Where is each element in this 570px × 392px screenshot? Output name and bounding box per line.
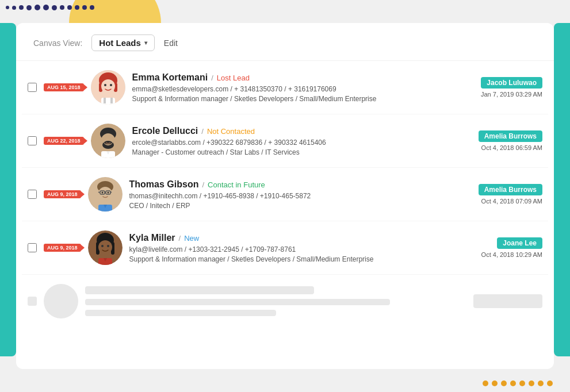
lead-contact: emma@sketlesdevelopers.com / + 314813503… <box>132 85 474 93</box>
lead-meta: Support & Information manager / Sketles … <box>129 255 475 263</box>
lead-contact: kyla@livelife.com / +1303-321-2945 / +17… <box>129 245 475 253</box>
lead-status: Lost Lead <box>217 74 250 82</box>
main-card: Canvas View: Hot Leads ▾ Edit AUG 15, 20… <box>16 23 554 369</box>
lead-name-row: Kyla Miller / New <box>129 233 475 243</box>
svg-point-4 <box>101 79 115 93</box>
lead-status-separator: / <box>211 74 213 82</box>
skel-right <box>473 294 542 308</box>
lead-checkbox[interactable] <box>28 83 37 92</box>
lead-name-row: Ercole Dellucci / Not Contacted <box>132 126 472 136</box>
lead-name-row: Thomas Gibson / Contact in Future <box>129 179 472 190</box>
skel-avatar <box>44 284 78 318</box>
assignee-badge: Amelia Burrows <box>479 184 542 195</box>
lead-status: New <box>184 234 199 243</box>
lead-status: Not Contacted <box>207 127 255 136</box>
skel-line-3 <box>85 310 276 316</box>
card-header: Canvas View: Hot Leads ▾ Edit <box>16 23 554 61</box>
assignee-date: Oct 4, 2018 10:29 AM <box>481 251 542 258</box>
assignee-date: Oct 4, 2018 07:09 AM <box>481 198 542 205</box>
lead-meta: CEO / Initech / ERP <box>129 202 472 210</box>
skel-line-1 <box>85 286 314 294</box>
lead-right: Amelia Burrows Oct 4, 2018 06:59 AM <box>479 130 542 151</box>
bg-dots-top <box>0 5 94 10</box>
skel-checkbox <box>28 297 37 306</box>
lead-row: AUG 22, 2018 Ercole Dellucci / <box>22 114 548 168</box>
lead-status: Contact in Future <box>208 180 265 189</box>
hot-leads-dropdown[interactable]: Hot Leads ▾ <box>91 34 155 51</box>
skel-line-2 <box>85 299 390 305</box>
right-teal-bar <box>554 23 570 356</box>
date-badge: AUG 22, 2018 <box>44 137 84 145</box>
svg-rect-9 <box>110 98 113 103</box>
lead-checkbox[interactable] <box>28 243 37 252</box>
date-badge: AUG 9, 2018 <box>44 190 81 198</box>
lead-checkbox[interactable] <box>28 190 37 199</box>
edit-button[interactable]: Edit <box>164 39 178 48</box>
assignee-badge: Amelia Burrows <box>479 130 542 142</box>
svg-point-5 <box>104 84 106 86</box>
avatar <box>91 70 125 105</box>
lead-status-separator: / <box>202 180 204 189</box>
lead-info: Emma Kortemani / Lost Lead emma@sketlesd… <box>132 72 474 103</box>
svg-rect-8 <box>104 98 106 103</box>
date-badge: AUG 9, 2018 <box>44 244 81 252</box>
svg-rect-7 <box>101 98 115 105</box>
svg-point-36 <box>98 240 112 254</box>
lead-right: Joane Lee Oct 4, 2018 10:29 AM <box>481 237 542 258</box>
skel-lines <box>85 286 466 316</box>
lead-name: Kyla Miller <box>129 233 175 243</box>
lead-name: Thomas Gibson <box>129 179 199 190</box>
avatar <box>91 124 125 158</box>
skeleton-row <box>22 275 548 328</box>
lead-checkbox[interactable] <box>28 136 37 145</box>
svg-point-6 <box>110 84 112 86</box>
lead-info: Kyla Miller / New kyla@livelife.com / +1… <box>129 233 475 263</box>
lead-row: AUG 9, 2018 Kyla Miller / New kyla@l <box>22 221 548 275</box>
svg-point-37 <box>101 245 104 247</box>
lead-contact: ercole@starlabbs.com / +390322 6879836 /… <box>132 139 472 147</box>
lead-status-separator: / <box>179 234 181 243</box>
lead-contact: thomas@initechh.com / +1910-465-8938 / +… <box>129 192 472 200</box>
bg-dots-bottom <box>483 381 553 386</box>
lead-info: Ercole Dellucci / Not Contacted ercole@s… <box>132 126 472 156</box>
leads-list: AUG 15, 2018 Emma Kortemani / Lost Lead <box>16 61 554 369</box>
date-badge: AUG 15, 2018 <box>44 83 84 91</box>
lead-info: Thomas Gibson / Contact in Future thomas… <box>129 179 472 210</box>
svg-point-28 <box>101 192 103 194</box>
lead-right: Jacob Luluwao Jan 7, 2019 03:29 AM <box>481 77 542 98</box>
lead-row: AUG 9, 2018 Thomas Gibson / <box>22 168 548 221</box>
dropdown-label: Hot Leads <box>99 38 141 48</box>
lead-right: Amelia Burrows Oct 4, 2018 07:09 AM <box>479 184 542 205</box>
avatar <box>88 230 123 265</box>
canvas-view-label: Canvas View: <box>33 39 82 48</box>
svg-point-38 <box>107 245 109 247</box>
assignee-badge: Joane Lee <box>497 237 542 249</box>
assignee-date: Oct 4, 2018 06:59 AM <box>481 144 542 151</box>
chevron-down-icon: ▾ <box>144 40 147 46</box>
svg-line-26 <box>98 192 100 193</box>
lead-name-row: Emma Kortemani / Lost Lead <box>132 72 474 83</box>
lead-meta: Support & Information manager / Sketles … <box>132 95 474 103</box>
lead-meta: Manager - Customer outreach / Star Labs … <box>132 148 472 156</box>
svg-point-29 <box>107 192 109 194</box>
lead-row: AUG 15, 2018 Emma Kortemani / Lost Lead <box>22 61 548 114</box>
lead-status-separator: / <box>201 127 204 136</box>
lead-name: Ercole Dellucci <box>132 126 198 136</box>
svg-line-27 <box>110 192 112 193</box>
avatar <box>88 177 123 212</box>
assignee-badge: Jacob Luluwao <box>481 77 542 89</box>
assignee-date: Jan 7, 2019 03:29 AM <box>481 91 542 98</box>
left-teal-bar <box>0 23 16 356</box>
lead-name: Emma Kortemani <box>132 72 208 83</box>
